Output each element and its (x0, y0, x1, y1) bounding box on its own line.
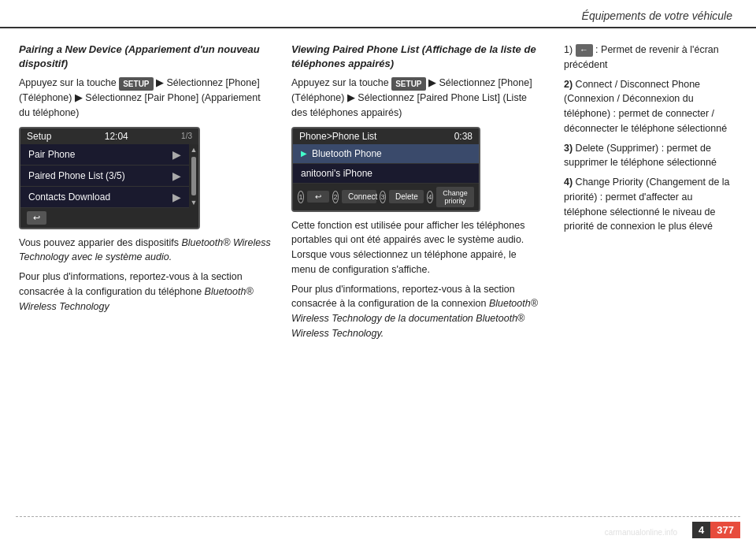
middle-screen-body: ▶ Bluetooth Phone anitooni's iPhone (293, 144, 479, 184)
middle-column: Viewing Paired Phone List (Affichage de … (287, 43, 548, 346)
middle-screen-ui: Phone>Phone List 0:38 ▶ Bluetooth Phone … (291, 127, 480, 212)
middle-text5: Pour plus d'informations, reportez-vous … (291, 282, 543, 341)
setup-badge-left: SETUP (119, 77, 153, 91)
right-item-4: 4) Change Priority (Changement de la pri… (564, 175, 737, 234)
left-screen-content: Pair Phone ▶ Paired Phone List (3/5) ▶ C… (20, 144, 189, 208)
circle-4: 4 (427, 191, 433, 203)
right-item-1: 1) ← : Permet de revenir à l'écran précé… (564, 43, 737, 73)
left-screen-title: Setup (27, 131, 51, 142)
arrow-icon-1: ▶ (172, 148, 181, 161)
middle-screen-title: Phone>Phone List (299, 131, 376, 142)
left-screen-body: Pair Phone ▶ Paired Phone List (3/5) ▶ C… (20, 144, 198, 208)
left-screen-page: 1/3 (181, 132, 192, 140)
page-badge: 4 377 (692, 522, 740, 538)
left-screen-row-3[interactable]: Contacts Download ▶ (20, 187, 189, 208)
page-num-right: 377 (710, 522, 740, 538)
left-screen-header: Setup 12:04 1/3 (20, 128, 198, 144)
main-content: Pairing a New Device (Appariement d'un n… (0, 28, 756, 354)
right-column: 1) ← : Permet de revenir à l'écran précé… (556, 43, 737, 346)
circle-3: 3 (380, 191, 386, 203)
delete-button[interactable]: Delete (389, 190, 424, 203)
middle-screen-row-2[interactable]: anitooni's iPhone (293, 164, 479, 184)
page-header: Équipements de votre véhicule (0, 0, 756, 28)
left-screen-row-2[interactable]: Paired Phone List (3/5) ▶ (20, 166, 189, 187)
footer: 4 377 carmanualonline.info (0, 516, 756, 543)
scroll-down-icon[interactable]: ▼ (190, 197, 198, 208)
left-text5: Pour plus d'informations, reportez-vous … (19, 270, 271, 314)
back-btn-middle[interactable]: ↩ (307, 191, 329, 203)
back-button[interactable]: ↩ (27, 211, 46, 225)
left-screen-time: 12:04 (105, 131, 128, 142)
right-item-3: 3) Delete (Supprimer) : permet de suppri… (564, 141, 737, 171)
right-item-2: 2) Connect / Disconnect Phone (Connexion… (564, 77, 737, 136)
scroll-thumb (191, 157, 196, 195)
middle-screen-row-1[interactable]: ▶ Bluetooth Phone (293, 144, 479, 164)
middle-screen-header: Phone>Phone List 0:38 (293, 128, 479, 144)
left-screen-footer: ↩ (20, 208, 198, 228)
right-list: 1) ← : Permet de revenir à l'écran précé… (564, 43, 737, 234)
setup-badge-middle: SETUP (391, 77, 425, 91)
middle-screen-content: ▶ Bluetooth Phone anitooni's iPhone (293, 144, 479, 184)
scroll-up-icon[interactable]: ▲ (190, 144, 198, 155)
page-title: Équipements de votre véhicule (582, 9, 732, 22)
left-column: Pairing a New Device (Appariement d'un n… (19, 43, 279, 346)
watermark: carmanualonline.info (605, 528, 677, 537)
left-scrollbar[interactable]: ▲ ▼ (189, 144, 198, 208)
arrow-icon-3: ▶ (172, 191, 181, 203)
left-text1: Appuyez sur la touche SETUP ▶ Sélectionn… (19, 76, 271, 120)
arrow-icon-2: ▶ (172, 169, 181, 182)
page-num-left: 4 (692, 522, 710, 538)
left-screen-ui: Setup 12:04 1/3 Pair Phone ▶ Paired Phon… (19, 127, 200, 229)
circle-1: 1 (298, 191, 304, 203)
back-icon: ← (576, 44, 593, 57)
play-icon: ▶ (301, 149, 307, 158)
middle-screen-time: 0:38 (454, 131, 472, 142)
change-priority-button[interactable]: Change priority (436, 187, 474, 207)
middle-text1: Appuyez sur la touche SETUP ▶ Sélectionn… (291, 76, 543, 120)
middle-screen-actions: 1 ↩ 2 Connect 3 Delete 4 Change priority (293, 184, 479, 210)
left-section-title: Pairing a New Device (Appariement d'un n… (19, 43, 271, 71)
left-text4: Vous pouvez apparier des dispositifs Blu… (19, 236, 271, 266)
middle-section-title: Viewing Paired Phone List (Affichage de … (291, 43, 543, 71)
middle-text4: Cette fonction est utilisée pour affiche… (291, 218, 543, 277)
circle-2: 2 (332, 191, 339, 203)
connect-button[interactable]: Connect (342, 190, 376, 203)
left-screen-row-1[interactable]: Pair Phone ▶ (20, 144, 189, 166)
